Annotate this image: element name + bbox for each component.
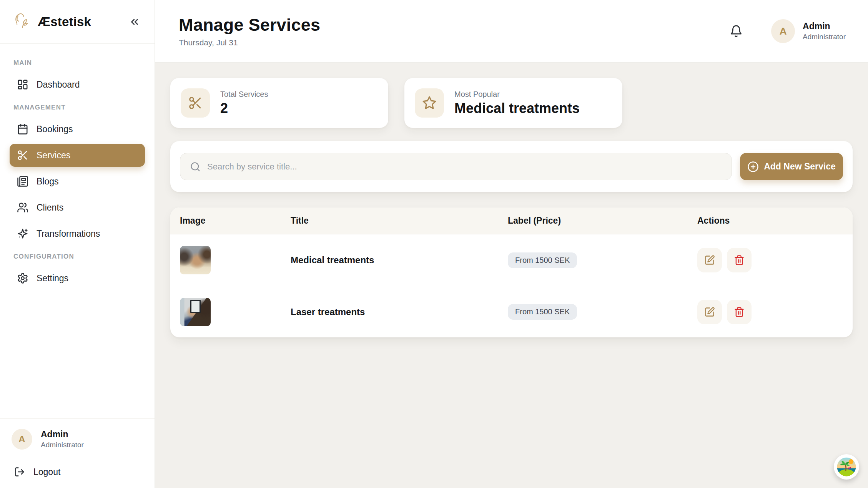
stat-card-most-popular: Most Popular Medical treatments [404, 78, 622, 128]
newspaper-icon [17, 176, 28, 187]
toolbar: Add New Service [170, 141, 853, 192]
sidebar-item-label: Bookings [37, 124, 73, 134]
price-badge: From 1500 SEK [508, 252, 577, 268]
sidebar-profile[interactable]: A Admin Administrator [10, 429, 145, 450]
stat-value: Medical treatments [454, 100, 580, 116]
logout-label: Logout [33, 467, 60, 477]
sidebar-item-label: Services [37, 150, 70, 161]
stat-value: 2 [220, 100, 268, 116]
trash-icon [734, 307, 745, 317]
column-header-price: Label (Price) [508, 216, 697, 226]
sidebar-item-label: Clients [37, 203, 63, 213]
tropical-island-widget[interactable] [834, 454, 859, 480]
page-header: Manage Services Thursday, Jul 31 A Admin… [155, 0, 868, 63]
edit-icon [704, 307, 715, 317]
sidebar-collapse-button[interactable] [126, 13, 143, 30]
sidebar-section-main: MAIN [13, 59, 141, 67]
sidebar-item-clients[interactable]: Clients [10, 196, 145, 219]
users-icon [17, 202, 28, 213]
star-icon [415, 88, 444, 118]
stat-label: Total Services [220, 90, 268, 99]
logout-icon [14, 466, 25, 477]
stats-row: Total Services 2 Most Popular Medical tr… [170, 78, 853, 128]
header-divider [757, 21, 757, 41]
chevrons-left-icon [129, 16, 140, 28]
tropical-island-icon [835, 456, 858, 478]
calendar-icon [17, 123, 28, 135]
bell-icon [730, 25, 743, 38]
sidebar-footer: A Admin Administrator Logout [0, 418, 155, 488]
delete-service-button[interactable] [727, 300, 752, 324]
edit-service-button[interactable] [697, 300, 722, 324]
avatar: A [12, 429, 32, 450]
profile-role: Administrator [41, 441, 84, 449]
sidebar-item-label: Transformations [37, 229, 100, 239]
stat-label: Most Popular [454, 90, 580, 99]
sidebar-item-dashboard[interactable]: Dashboard [10, 73, 145, 96]
edit-service-button[interactable] [697, 248, 722, 272]
avatar: A [771, 19, 795, 43]
sidebar-item-bookings[interactable]: Bookings [10, 118, 145, 141]
price-badge: From 1500 SEK [508, 304, 577, 320]
stat-card-total-services: Total Services 2 [170, 78, 388, 128]
delete-service-button[interactable] [727, 248, 752, 272]
service-title: Medical treatments [291, 255, 508, 266]
page-date: Thursday, Jul 31 [179, 38, 320, 47]
add-new-service-button[interactable]: Add New Service [740, 153, 843, 180]
sparkles-icon [17, 228, 28, 239]
table-row: Medical treatments From 1500 SEK [170, 234, 853, 286]
header-user-role: Administrator [803, 33, 846, 41]
profile-name: Admin [41, 429, 84, 440]
column-header-image: Image [180, 216, 291, 226]
scissors-icon [181, 88, 210, 118]
header-user-name: Admin [803, 21, 846, 32]
sidebar-item-blogs[interactable]: Blogs [10, 170, 145, 193]
sidebar-item-label: Settings [37, 273, 68, 284]
service-thumbnail [180, 298, 211, 326]
brand-title: Æstetisk [38, 15, 126, 29]
logout-button[interactable]: Logout [10, 466, 65, 477]
page-title: Manage Services [179, 15, 320, 35]
trash-icon [734, 255, 745, 266]
main-area: Manage Services Thursday, Jul 31 A Admin… [155, 0, 868, 488]
table-header-row: Image Title Label (Price) Actions [170, 207, 853, 234]
search-input[interactable] [180, 153, 732, 180]
sidebar-item-transformations[interactable]: Transformations [10, 222, 145, 245]
service-title: Laser treatments [291, 307, 508, 317]
service-thumbnail [180, 246, 211, 274]
column-header-actions: Actions [697, 216, 843, 226]
logo-face-leaf-icon [12, 11, 33, 33]
sidebar-section-configuration: CONFIGURATION [13, 253, 141, 261]
content-area: Total Services 2 Most Popular Medical tr… [155, 63, 868, 488]
notifications-button[interactable] [727, 22, 745, 40]
plus-circle-icon [747, 161, 759, 173]
edit-icon [704, 255, 715, 266]
sidebar-section-management: MANAGEMENT [13, 104, 141, 111]
sidebar: Æstetisk MAIN Dashboard MANAGEMENT [0, 0, 155, 488]
sidebar-item-label: Blogs [37, 176, 59, 187]
column-header-title: Title [291, 216, 508, 226]
sidebar-nav: MAIN Dashboard MANAGEMENT Bookings [0, 44, 155, 418]
add-button-label: Add New Service [764, 161, 836, 172]
search-field-wrap [180, 153, 732, 180]
services-table: Image Title Label (Price) Actions Medica… [170, 207, 853, 337]
sidebar-header: Æstetisk [0, 0, 155, 44]
scissors-icon [17, 149, 28, 161]
sidebar-item-settings[interactable]: Settings [10, 267, 145, 290]
header-user[interactable]: A Admin Administrator [771, 19, 846, 43]
table-row: Laser treatments From 1500 SEK [170, 286, 853, 337]
dashboard-icon [17, 79, 28, 90]
gear-icon [17, 272, 28, 284]
sidebar-item-label: Dashboard [37, 80, 80, 90]
sidebar-item-services[interactable]: Services [10, 144, 145, 167]
